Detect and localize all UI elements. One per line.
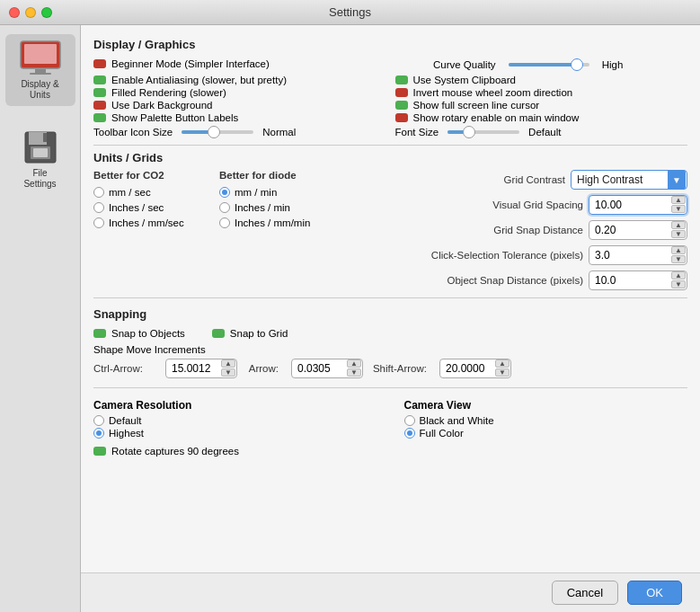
inches-mm-per-sec-label: Inches / mm/sec	[109, 217, 184, 228]
grid-snap-distance-row: Grid Snap Distance ▲ ▼	[368, 220, 687, 240]
bw-row[interactable]: Black and White	[404, 415, 688, 426]
shift-arrow-down[interactable]: ▼	[495, 368, 509, 377]
minimize-button[interactable]	[25, 7, 36, 18]
antialiasing-checkbox[interactable]	[93, 75, 106, 84]
close-button[interactable]	[9, 7, 20, 18]
camera-resolution-title: Camera Resolution	[93, 399, 377, 412]
ok-button[interactable]: OK	[627, 581, 682, 605]
sidebar-item-display-units[interactable]: Display &Units	[5, 34, 75, 106]
grid-snap-distance-up[interactable]: ▲	[671, 221, 686, 229]
dark-background-checkbox[interactable]	[93, 101, 106, 110]
fullcolor-radio[interactable]	[404, 428, 415, 439]
inches-mm-per-min-label: Inches / mm/min	[235, 217, 310, 228]
click-selection-up[interactable]: ▲	[671, 246, 686, 254]
inches-per-sec-label: Inches / sec	[109, 202, 164, 213]
arrow-label: Arrow:	[246, 363, 282, 374]
full-screen-cursor-checkbox[interactable]	[395, 101, 408, 110]
rotate-captures-checkbox[interactable]	[93, 447, 106, 456]
ctrl-arrow-down[interactable]: ▼	[221, 368, 235, 377]
camera-default-row[interactable]: Default	[93, 415, 377, 426]
snap-to-grid-checkbox[interactable]	[212, 329, 225, 338]
snap-to-grid-label: Snap to Grid	[230, 328, 288, 339]
full-screen-cursor-row: Show full screen line cursor	[395, 100, 688, 111]
beginner-mode-label: Beginner Mode (Simpler Interface)	[111, 58, 270, 69]
antialiasing-label: Enable Antialiasing (slower, but pretty)	[111, 75, 287, 85]
ctrl-arrow-up[interactable]: ▲	[221, 359, 235, 368]
snap-to-objects-checkbox[interactable]	[93, 329, 106, 338]
rotate-captures-row: Rotate captures 90 degrees	[93, 446, 687, 457]
system-clipboard-checkbox[interactable]	[395, 75, 408, 84]
shift-arrow-spinbtns: ▲ ▼	[495, 359, 509, 377]
arrow-down[interactable]: ▼	[347, 368, 361, 377]
mm-per-sec-radio[interactable]	[93, 187, 104, 198]
camera-default-radio[interactable]	[93, 415, 104, 426]
show-rotary-checkbox[interactable]	[395, 113, 408, 122]
mm-per-min-radio[interactable]	[219, 187, 230, 198]
floppy-icon	[23, 130, 58, 164]
inches-per-min-radio[interactable]	[219, 202, 230, 213]
snap-to-objects-row: Snap to Objects	[93, 328, 185, 339]
toolbar-icon-size-thumb[interactable]	[208, 126, 220, 138]
object-snap-distance-label: Object Snap Distance (pixels)	[447, 275, 583, 286]
click-selection-row: Click-Selection Tolerance (pixels) ▲ ▼	[368, 245, 687, 265]
snapping-title: Snapping	[93, 307, 687, 321]
system-clipboard-row: Use System Clipboard	[395, 75, 688, 85]
curve-quality-value: High	[602, 59, 627, 70]
snap-to-grid-row: Snap to Grid	[212, 328, 288, 339]
arrow-up[interactable]: ▲	[347, 359, 361, 368]
font-size-thumb[interactable]	[463, 126, 475, 138]
visual-grid-spacing-spinbtns: ▲ ▼	[671, 196, 686, 213]
mm-per-min-row[interactable]: mm / min	[219, 187, 359, 198]
cancel-button[interactable]: Cancel	[552, 581, 618, 605]
inches-per-min-row[interactable]: Inches / min	[219, 202, 359, 213]
object-snap-distance-down[interactable]: ▼	[671, 280, 686, 288]
curve-quality-slider[interactable]	[509, 63, 589, 67]
mm-per-sec-row[interactable]: mm / sec	[93, 187, 219, 198]
curve-quality-label: Curve Quality	[433, 59, 496, 70]
visual-grid-spacing-up[interactable]: ▲	[671, 196, 686, 204]
inches-mm-per-sec-row[interactable]: Inches / mm/sec	[93, 217, 219, 228]
font-size-slider[interactable]	[447, 130, 519, 134]
camera-section: Camera Resolution Default Highest Camera…	[93, 399, 687, 440]
rotate-captures-label: Rotate captures 90 degrees	[111, 446, 239, 457]
toolbar-icon-size-slider[interactable]	[182, 130, 253, 134]
units-grids-title: Units / Grids	[93, 151, 687, 164]
object-snap-distance-up[interactable]: ▲	[671, 271, 686, 279]
system-clipboard-label: Use System Clipboard	[413, 75, 516, 85]
fullcolor-row[interactable]: Full Color	[404, 428, 688, 439]
beginner-mode-checkbox[interactable]	[93, 59, 106, 68]
inches-mm-per-sec-radio[interactable]	[93, 217, 104, 228]
mm-per-min-label: mm / min	[235, 187, 277, 198]
show-rotary-label: Show rotary enable on main window	[413, 112, 580, 123]
show-palette-checkbox[interactable]	[93, 113, 106, 122]
inches-mm-per-min-radio[interactable]	[219, 217, 230, 228]
invert-mouse-checkbox[interactable]	[395, 88, 408, 97]
grid-snap-distance-down[interactable]: ▼	[671, 230, 686, 238]
filled-rendering-label: Filled Rendering (slower)	[111, 87, 226, 98]
display-icon	[19, 40, 62, 75]
click-selection-down[interactable]: ▼	[671, 255, 686, 263]
camera-resolution-col: Camera Resolution Default Highest	[93, 399, 377, 440]
inches-mm-per-min-row[interactable]: Inches / mm/min	[219, 217, 359, 228]
content-area: Display / Graphics Beginner Mode (Simple…	[81, 25, 700, 612]
filled-rendering-checkbox[interactable]	[93, 88, 106, 97]
shift-arrow-wrapper: ▲ ▼	[439, 359, 511, 378]
visual-grid-spacing-down[interactable]: ▼	[671, 205, 686, 213]
toolbar-icon-size-label: Toolbar Icon Size	[93, 127, 173, 137]
maximize-button[interactable]	[41, 7, 52, 18]
font-size-label: Font Size	[395, 127, 439, 137]
camera-highest-radio[interactable]	[93, 428, 104, 439]
bw-label: Black and White	[420, 415, 494, 426]
bottom-bar: Cancel OK	[81, 572, 700, 612]
inches-per-sec-radio[interactable]	[93, 202, 104, 213]
curve-quality-thumb[interactable]	[571, 58, 583, 71]
ctrl-arrow-wrapper: ▲ ▼	[165, 359, 237, 378]
select-arrow-icon: ▼	[668, 170, 686, 190]
snap-checkboxes-row: Snap to Objects Snap to Grid	[93, 328, 687, 341]
bw-radio[interactable]	[404, 415, 415, 426]
shift-arrow-up[interactable]: ▲	[495, 359, 509, 368]
sidebar-item-file-settings[interactable]: FileSettings	[5, 124, 75, 196]
inches-per-sec-row[interactable]: Inches / sec	[93, 202, 219, 213]
camera-highest-row[interactable]: Highest	[93, 428, 377, 439]
arrow-spinbtns: ▲ ▼	[347, 359, 361, 377]
